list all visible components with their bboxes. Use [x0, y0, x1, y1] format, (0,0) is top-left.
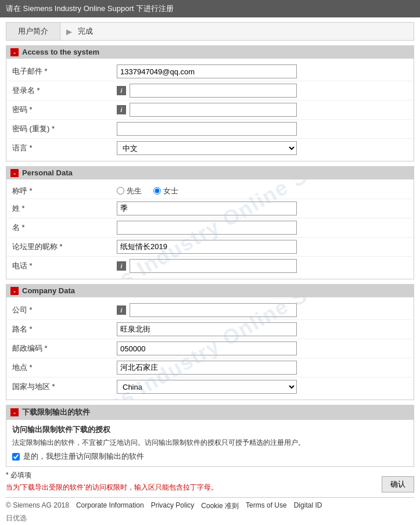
step1[interactable]: 用户简介 [6, 23, 60, 40]
country-row: 国家与地区 * China Germany USA Japan [6, 377, 414, 396]
language-field: 中文 English Deutsch [117, 141, 408, 155]
personal-section-header: - Personal Data [6, 166, 414, 179]
company-info-icon[interactable]: i [117, 305, 126, 315]
salutation-mr-radio[interactable] [117, 187, 124, 195]
access-toggle[interactable]: - [10, 48, 19, 56]
username-label: 登录名 * [12, 85, 117, 96]
username-input[interactable] [130, 84, 297, 98]
username-row: 登录名 * i [6, 81, 414, 100]
country-label: 国家与地区 * [12, 382, 117, 392]
download-label: 下载限制输出的软件 [22, 407, 90, 418]
lastname-input[interactable] [117, 202, 297, 215]
confirm-button-wrapper: 确认 [382, 476, 414, 492]
nickname-input[interactable] [117, 240, 297, 254]
header-title: 请在 Siemens Industry Online Support 下进行注册 [6, 4, 174, 13]
download-section-body: 访问输出限制软件下载的授权 法定限制输出的软件，不宜被广泛地访问。访问输出限制软… [6, 420, 414, 467]
zip-row: 邮政编码 * [6, 339, 414, 358]
download-checkbox[interactable] [12, 453, 20, 461]
password-repeat-label: 密码 (重复) * [12, 124, 117, 134]
phone-input[interactable] [130, 259, 297, 273]
company-toggle[interactable]: - [10, 287, 19, 295]
access-form: 电子邮件 * 登录名 * i 密码 * i 密码 (重复) * 语言 * 中文 [6, 59, 414, 161]
password-repeat-input[interactable] [117, 122, 297, 136]
steps-bar: 用户简介 ▶ 完成 [6, 22, 414, 41]
firstname-label: 名 * [12, 222, 117, 233]
email-field [117, 64, 408, 78]
required-note: * 必填项 [6, 470, 218, 480]
download-checkbox-row: 是的，我想注册访问限制输出的软件 [12, 451, 408, 462]
download-desc: 法定限制输出的软件，不宜被广泛地访问。访问输出限制软件的授权只可授予精选的注册用… [12, 437, 408, 448]
zip-input[interactable] [117, 341, 297, 355]
salutation-ms-label: 女士 [163, 186, 178, 196]
nickname-row: 论坛里的昵称 * [6, 238, 414, 257]
cookie-link[interactable]: Cookie 准则 [201, 501, 239, 511]
email-input[interactable] [117, 64, 297, 78]
company-form: Siemens Industry Online Support 公司 * i 路… [6, 297, 414, 400]
street-label: 路名 * [12, 324, 117, 335]
salutation-label: 称呼 * [12, 186, 117, 196]
salutation-field: 先生 女士 [117, 186, 408, 196]
firstname-input[interactable] [117, 221, 297, 235]
password-input[interactable] [130, 103, 297, 117]
password-repeat-field [117, 122, 408, 136]
youxuan: 日优选 [6, 513, 414, 523]
company-section-header: - Company Data [6, 284, 414, 297]
salutation-ms-option[interactable]: 女士 [153, 186, 178, 196]
lastname-row: 姓 * [6, 199, 414, 218]
phone-field: i [117, 259, 408, 273]
footer-notes: * 必填项 当为'下载导出受限的软件'的访问权限时，输入区只能包含拉丁字母。 [6, 470, 218, 492]
lastname-field [117, 202, 408, 215]
username-field: i [117, 84, 408, 98]
phone-info-icon[interactable]: i [117, 261, 126, 271]
email-row: 电子邮件 * [6, 62, 414, 81]
nickname-label: 论坛里的昵称 * [12, 242, 117, 252]
copyright: © Siemens AG 2018 [6, 501, 69, 511]
salutation-mr-option[interactable]: 先生 [117, 186, 142, 196]
privacy-policy-link[interactable]: Privacy Policy [151, 501, 195, 511]
city-label: 地点 * [12, 362, 117, 373]
country-select[interactable]: China Germany USA Japan [117, 380, 297, 394]
company-field: i [117, 303, 408, 317]
street-row: 路名 * [6, 320, 414, 339]
download-toggle[interactable]: - [10, 408, 19, 416]
personal-label: Personal Data [22, 168, 73, 177]
lastname-label: 姓 * [12, 203, 117, 214]
corporate-info-link[interactable]: Corporate Information [76, 501, 144, 511]
personal-form: Siemens Industry Online Support 称呼 * 先生 … [6, 179, 414, 279]
arrow-icon: ▶ [66, 27, 72, 36]
company-label: Company Data [22, 286, 75, 295]
company-input[interactable] [130, 303, 297, 317]
confirm-button[interactable]: 确认 [382, 476, 414, 492]
language-select[interactable]: 中文 English Deutsch [117, 141, 297, 155]
street-input[interactable] [117, 322, 297, 336]
password-repeat-row: 密码 (重复) * [6, 120, 414, 139]
username-info-icon[interactable]: i [117, 86, 126, 95]
city-input[interactable] [117, 361, 297, 375]
terms-of-use-link[interactable]: Terms of Use [246, 501, 287, 511]
salutation-mr-label: 先生 [127, 186, 142, 196]
access-section-header: - Access to the system [6, 45, 414, 59]
zip-field [117, 341, 408, 355]
phone-label: 电话 * [12, 261, 117, 271]
personal-toggle[interactable]: - [10, 169, 19, 177]
password-info-icon[interactable]: i [117, 105, 126, 114]
city-field [117, 361, 408, 375]
zip-label: 邮政编码 * [12, 343, 117, 354]
download-checkbox-label: 是的，我想注册访问限制输出的软件 [23, 451, 144, 462]
country-field: China Germany USA Japan [117, 380, 408, 394]
password-label: 密码 * [12, 105, 117, 115]
language-row: 语言 * 中文 English Deutsch [6, 139, 414, 157]
footer-links: © Siemens AG 2018 Corporate Information … [6, 497, 414, 511]
firstname-row: 名 * [6, 218, 414, 238]
password-field: i [117, 103, 408, 117]
nickname-field [117, 240, 408, 254]
language-label: 语言 * [12, 143, 117, 153]
salutation-ms-radio[interactable] [153, 187, 161, 195]
company-label-text: 公司 * [12, 305, 117, 315]
page-header: 请在 Siemens Industry Online Support 下进行注册 [0, 0, 420, 17]
email-label: 电子邮件 * [12, 66, 117, 77]
salutation-row: 称呼 * 先生 女士 [6, 183, 414, 199]
warning-text: 当为'下载导出受限的软件'的访问权限时，输入区只能包含拉丁字母。 [6, 483, 218, 492]
digital-id-link[interactable]: Digital ID [294, 501, 322, 511]
password-row: 密码 * i [6, 100, 414, 120]
